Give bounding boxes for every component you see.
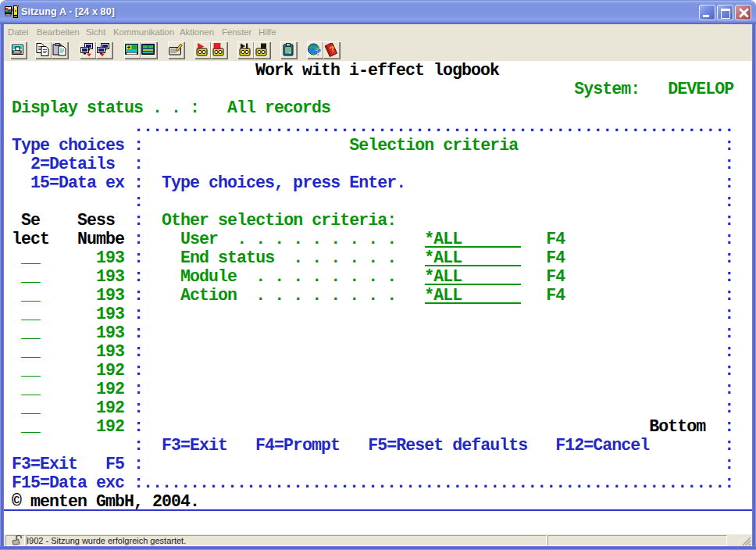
- svg-text:?: ?: [316, 46, 322, 58]
